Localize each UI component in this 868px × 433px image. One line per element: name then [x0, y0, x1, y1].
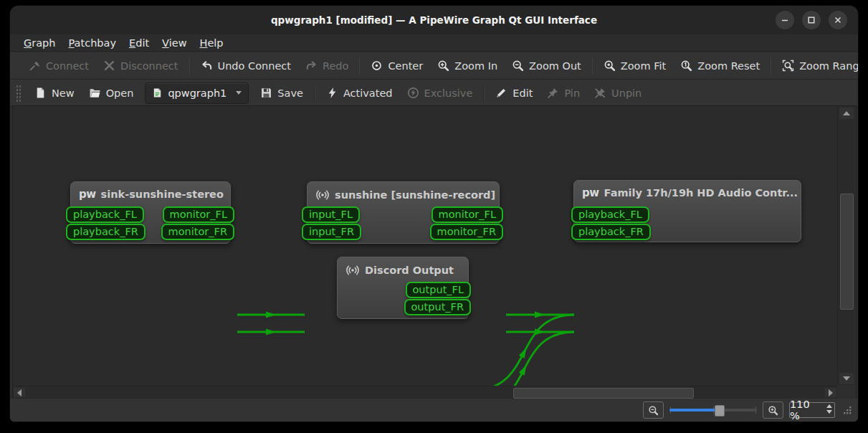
patchbay-toolbar: New Open qpwgraph1 Save Activated Exclus…: [10, 80, 858, 107]
port-input-fr[interactable]: input_FR: [302, 224, 361, 240]
port-monitor-fr[interactable]: monitor_FR: [430, 224, 503, 240]
toolbar-drag-handle[interactable]: [16, 85, 22, 102]
resize-grip[interactable]: [842, 405, 852, 415]
scrollbar-corner: [837, 386, 854, 399]
menu-edit[interactable]: Edit: [123, 36, 156, 50]
node-title: pw Family 17h/19h HD Audio Contr...: [574, 181, 801, 199]
arrow-down-icon: [843, 376, 850, 381]
port-monitor-fl[interactable]: monitor_FL: [163, 206, 234, 223]
patchbay-profile-select[interactable]: qpwgraph1: [145, 82, 249, 104]
menu-graph[interactable]: Graph: [17, 36, 62, 50]
wire-arrow-icon: [266, 329, 276, 336]
connection-wire[interactable]: [474, 332, 574, 386]
edit-button[interactable]: Edit: [488, 82, 540, 104]
port-output-fr[interactable]: output_FR: [404, 299, 472, 315]
scroll-down-button[interactable]: [839, 373, 854, 384]
minimize-icon: [779, 14, 791, 26]
scroll-right-button[interactable]: [825, 388, 836, 397]
zoom-percent-value: 110 %: [790, 399, 821, 422]
zoom-fit-button[interactable]: Zoom Fit: [596, 55, 673, 77]
center-icon: [371, 60, 383, 72]
port-monitor-fr[interactable]: monitor_FR: [161, 224, 234, 240]
open-folder-icon: [89, 87, 101, 99]
toolbar-separator: [359, 58, 360, 74]
center-button[interactable]: Center: [363, 55, 430, 77]
port-output-fl[interactable]: output_FL: [406, 282, 472, 298]
menubar: Graph Patchbay Edit View Help: [10, 34, 858, 52]
zoom-slider[interactable]: [669, 404, 757, 417]
chevron-down-icon: [236, 91, 242, 95]
menu-help[interactable]: Help: [194, 36, 230, 50]
graph-toolbar: Connect Disconnect Undo Connect Redo Cen…: [10, 52, 858, 80]
zoom-in-icon: [437, 60, 449, 72]
port-playback-fl[interactable]: playback_FL: [66, 206, 144, 223]
statusbar-zoom-in-button[interactable]: [763, 401, 783, 419]
zoom-in-button[interactable]: Zoom In: [430, 55, 505, 77]
zoom-in-icon: [768, 405, 778, 416]
window-title: qpwgraph1 [modified] — A PipeWire Graph …: [10, 6, 858, 34]
spinbox-arrows[interactable]: [826, 404, 832, 414]
save-button[interactable]: Save: [253, 82, 310, 104]
menu-view[interactable]: View: [156, 36, 193, 50]
zoom-reset-button[interactable]: Zoom Reset: [673, 55, 767, 77]
vertical-scroll-thumb[interactable]: [840, 194, 854, 310]
statusbar-zoom-out-button[interactable]: [643, 401, 664, 419]
wire-arrow-icon: [519, 346, 529, 358]
horizontal-scroll-thumb[interactable]: [513, 388, 694, 399]
arrow-left-icon: [17, 389, 22, 396]
toolbar-separator: [483, 85, 485, 101]
zoom-percent-spinbox[interactable]: 110 %: [789, 402, 835, 418]
zoom-range-button[interactable]: Zoom Range: [775, 55, 858, 77]
patchbay-profile-value: qpwgraph1: [168, 87, 226, 99]
stream-icon: [345, 263, 360, 277]
horizontal-scrollbar[interactable]: [13, 386, 837, 399]
pin-icon: [547, 87, 559, 99]
port-input-fl[interactable]: input_FL: [302, 206, 360, 223]
port-monitor-fl[interactable]: monitor_FL: [431, 206, 503, 223]
toolbar-separator: [189, 58, 190, 74]
scroll-left-button[interactable]: [14, 388, 25, 397]
zoom-out-button[interactable]: Zoom Out: [505, 55, 588, 77]
arrow-right-icon: [829, 389, 833, 396]
toolbar-separator: [314, 85, 315, 101]
wire-arrow-icon: [519, 363, 529, 376]
statusbar: 110 %: [10, 399, 858, 422]
graph-canvas[interactable]: pw sink-sunshine-stereo sunshine [sunshi…: [13, 106, 837, 386]
wire-arrow-icon: [535, 312, 545, 318]
slider-fill: [669, 409, 717, 411]
activated-toggle[interactable]: Activated: [319, 82, 400, 104]
connection-wire[interactable]: [474, 315, 574, 386]
zoom-reset-icon: [680, 60, 692, 72]
vertical-scrollbar[interactable]: [837, 106, 854, 386]
exclusive-toggle[interactable]: Exclusive: [400, 82, 480, 104]
pipewire-icon: pw: [582, 186, 599, 199]
node-title: sunshine [sunshine-record]: [307, 182, 499, 202]
undo-connect-button[interactable]: Undo Connect: [194, 55, 298, 77]
port-playback-fr[interactable]: playback_FR: [571, 224, 651, 240]
minimize-button[interactable]: [776, 11, 794, 29]
node-title: Discord Output: [338, 257, 468, 277]
close-button[interactable]: [829, 11, 847, 29]
zoom-range-icon: [782, 60, 794, 72]
maximize-button[interactable]: [802, 11, 821, 29]
wire-arrow-icon: [266, 312, 276, 318]
new-button[interactable]: New: [27, 82, 82, 104]
titlebar[interactable]: qpwgraph1 [modified] — A PipeWire Graph …: [10, 6, 858, 34]
redo-button[interactable]: Redo: [298, 55, 356, 77]
open-button[interactable]: Open: [82, 82, 141, 104]
menu-patchbay[interactable]: Patchbay: [62, 36, 123, 50]
port-playback-fl[interactable]: playback_FL: [571, 206, 649, 223]
disconnect-button[interactable]: Disconnect: [96, 55, 186, 77]
port-playback-fr[interactable]: playback_FR: [66, 224, 146, 240]
unpin-button[interactable]: Unpin: [587, 82, 649, 104]
zoom-fit-icon: [604, 60, 616, 72]
connect-button[interactable]: Connect: [22, 55, 96, 77]
stream-icon: [315, 188, 330, 202]
patchbay-file-icon: [152, 87, 163, 98]
zoom-out-icon: [512, 60, 524, 72]
pin-button[interactable]: Pin: [540, 82, 587, 104]
connect-icon: [29, 60, 41, 72]
save-icon: [260, 87, 272, 99]
zoom-slider-handle[interactable]: [715, 405, 725, 417]
scroll-up-button[interactable]: [839, 108, 854, 119]
